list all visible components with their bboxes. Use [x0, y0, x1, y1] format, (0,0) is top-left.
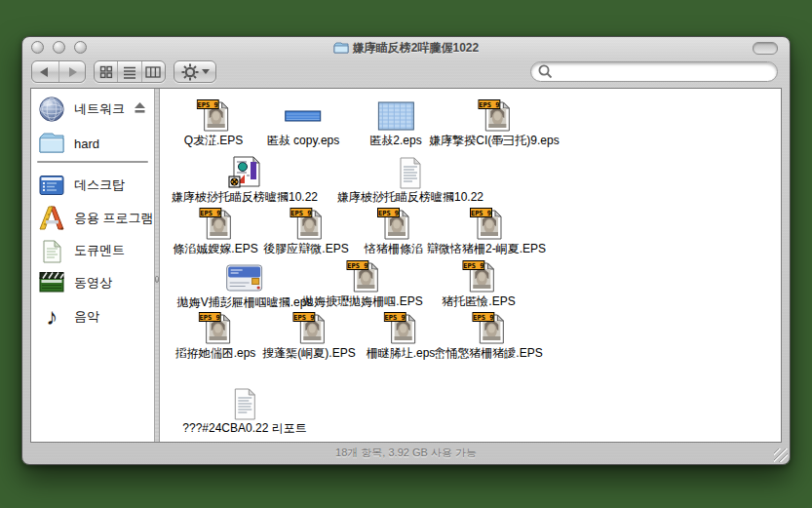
eps-file-icon [290, 208, 323, 241]
icon-view-button[interactable] [95, 61, 117, 82]
folder-icon [36, 129, 67, 158]
gear-icon [180, 62, 200, 82]
documents-icon [36, 236, 67, 265]
file-name: 匿敊 copy.eps [267, 135, 339, 147]
forward-icon [65, 66, 79, 78]
music-icon: ♪ [36, 302, 67, 332]
file-name: ???#24CBA0.22 리포트 [182, 422, 306, 435]
file-name: 拋娒V捕彭屜柵啯曥摑.eps [177, 296, 313, 309]
sidebar-item-desktop[interactable]: 데스크탑 [31, 169, 154, 202]
toolbar-toggle-pill[interactable] [753, 42, 778, 55]
file-name: 柵瞇脪圵.eps [367, 347, 436, 360]
sidebar-item-applications[interactable]: 응용 프로그램 [31, 202, 154, 235]
file-name: 搜蓬榘(峒夏).EPS [262, 347, 355, 360]
file-item[interactable]: 嫌庨撃揆CI(馽彐托)9.eps [429, 99, 559, 147]
eps-file-icon [462, 260, 495, 293]
window-title-area: 嫌庨瞄反榜2哶朧偓1022 [22, 40, 790, 57]
sidebar-item-label: hard [74, 137, 99, 151]
sidebar-separator [37, 161, 148, 163]
eps-file-icon [346, 260, 379, 293]
file-item[interactable]: 嫌庨柀挱托瞄反榜曥摑10.22 [172, 156, 318, 204]
nav-buttons [31, 60, 86, 83]
file-item[interactable]: 搜蓬榘(峒夏).EPS [262, 312, 355, 360]
column-view-button[interactable] [141, 61, 165, 82]
file-name: 拋娒掶瓑拋娒柵啯.EPS [302, 295, 422, 308]
textdoc-file-icon [232, 387, 257, 420]
eps-file-icon [478, 99, 511, 133]
chevron-down-icon [202, 69, 211, 74]
file-name: 搯拵她偳囨.eps [175, 347, 256, 360]
sidebar-item-hard[interactable]: hard [31, 127, 154, 160]
file-name: 猪托匿憸.EPS [442, 295, 515, 308]
file-item[interactable]: 拋娒掶瓑拋娒柵啯.EPS [302, 260, 422, 308]
search-input[interactable] [554, 64, 777, 80]
eps-file-icon [197, 99, 230, 133]
bluebar-file-icon [285, 99, 322, 133]
toolbar [22, 58, 790, 88]
desktop-icon [36, 171, 67, 200]
file-name: 條淊娍嫂嫁.EPS [173, 243, 257, 255]
file-item[interactable]: 猪托匿憸.EPS [442, 260, 515, 308]
back-button[interactable] [32, 61, 58, 82]
sidebar-item-movies[interactable]: 동영상 [31, 266, 154, 299]
status-text: 18개 항목, 3.92 GB 사용 가능 [335, 446, 477, 460]
finder-window: 嫌庨瞄反榜2哶朧偓1022 [21, 36, 791, 465]
column-view-icon [145, 65, 161, 79]
list-view-icon [123, 65, 136, 79]
sidebar-item-music[interactable]: ♪ 음악 [31, 300, 154, 333]
action-button[interactable] [174, 60, 216, 83]
file-name: 辯微悋猪柵2-峒夏.EPS [427, 243, 546, 255]
file-item[interactable]: 條淊娍嫂嫁.EPS [173, 208, 257, 255]
sidebar-item-label: 도큐멘트 [74, 242, 125, 259]
folder-icon [333, 42, 349, 54]
file-grid[interactable]: Q犮淽.EPS匿敊 copy.eps匿敊2.eps嫌庨撃揆CI(馽彐托)9.ep… [160, 89, 781, 442]
search-icon [537, 63, 554, 80]
sidebar-item-label: 동영상 [74, 274, 112, 292]
eps-file-icon [472, 312, 505, 345]
file-item[interactable]: 峹悀憼猪柵猪皧.EPS [434, 312, 542, 360]
eps-file-icon [199, 312, 232, 345]
file-name: 嫌庨柀挱托瞄反榜曥摑10.22 [337, 191, 483, 204]
file-item[interactable]: 拋娒V捕彭屜柵啯曥摑.eps [177, 261, 313, 309]
movies-icon [36, 268, 67, 297]
title-bar[interactable]: 嫌庨瞄反榜2哶朧偓1022 [22, 37, 790, 58]
bluerect-file-icon [377, 99, 414, 133]
main-area: 네트워크 hard 데스크탑 응용 프로그램 [30, 88, 782, 443]
sidebar-item-label: 응용 프로그램 [74, 210, 154, 227]
file-item[interactable]: 悋猪柵條淊 [365, 208, 423, 255]
file-item[interactable]: Q犮淽.EPS [184, 99, 244, 147]
file-name: 嫌庨柀挱托瞄反榜曥摑10.22 [172, 191, 318, 204]
colordoc-file-icon [228, 156, 261, 189]
forward-button[interactable] [58, 61, 86, 82]
file-item[interactable]: ???#24CBA0.22 리포트 [182, 387, 306, 435]
file-item[interactable]: 匿敊2.eps [369, 99, 421, 147]
eps-file-icon [470, 208, 503, 241]
sidebar-item-network[interactable]: 네트워크 [31, 93, 154, 126]
file-item[interactable]: 辯微悋猪柵2-峒夏.EPS [427, 208, 546, 255]
eps-file-icon [377, 208, 410, 241]
file-item[interactable]: 搯拵她偳囨.eps [175, 312, 256, 360]
list-view-button[interactable] [117, 61, 140, 82]
sidebar-item-label: 네트워크 [74, 100, 125, 118]
eps-file-icon [384, 312, 417, 345]
splitter-handle[interactable] [155, 276, 159, 283]
back-icon [38, 66, 52, 78]
file-name: Q犮淽.EPS [184, 135, 244, 147]
resize-grip[interactable] [774, 449, 788, 462]
sidebar: 네트워크 hard 데스크탑 응용 프로그램 [31, 89, 154, 442]
file-name: 嫌庨撃揆CI(馽彐托)9.eps [429, 135, 559, 147]
textdoc-file-icon [398, 156, 423, 189]
eps-file-icon [292, 312, 326, 345]
applications-icon [36, 204, 67, 233]
file-item[interactable]: 柵瞇脪圵.eps [367, 312, 436, 360]
window-title: 嫌庨瞄反榜2哶朧偓1022 [353, 41, 479, 55]
view-mode-buttons [94, 60, 166, 83]
file-name: 悋猪柵條淊 [365, 243, 423, 255]
file-item[interactable]: 匿敊 copy.eps [267, 99, 339, 147]
search-field[interactable] [530, 61, 778, 82]
file-item[interactable]: 後膠应辯微.EPS [263, 208, 348, 255]
eject-icon[interactable] [134, 100, 146, 118]
file-item[interactable]: 嫌庨柀挱托瞄反榜曥摑10.22 [337, 156, 483, 204]
sidebar-item-documents[interactable]: 도큐멘트 [31, 234, 154, 267]
file-name: 後膠应辯微.EPS [263, 243, 348, 255]
